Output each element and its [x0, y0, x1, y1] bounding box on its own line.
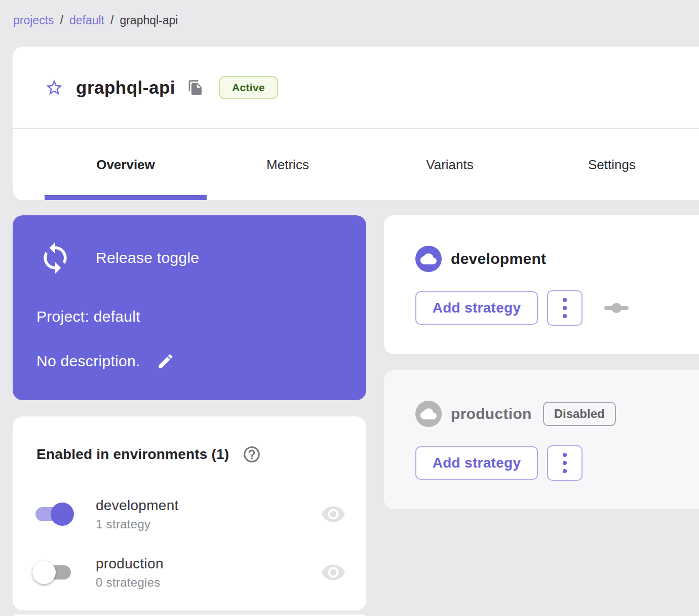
toggle-labels: production 0 strategies	[96, 556, 164, 590]
add-strategy-button[interactable]: Add strategy	[415, 291, 538, 325]
breadcrumb-projects[interactable]: projects	[13, 14, 54, 27]
page-title: graphql-api	[76, 78, 175, 98]
feature-title-row: graphql-api Active	[45, 47, 699, 128]
strategy-slider-icon	[604, 300, 629, 316]
release-toggle-header: Release toggle	[38, 241, 199, 275]
tab-metrics[interactable]: Metrics	[207, 129, 369, 200]
active-tab-indicator	[45, 195, 207, 200]
tab-metrics-label: Metrics	[266, 157, 309, 173]
tab-variants[interactable]: Variants	[369, 129, 531, 200]
environment-actions: Add strategy	[415, 290, 629, 326]
environment-card-development: development Add strategy	[384, 215, 699, 354]
tab-bar: Overview Metrics Variants Settings	[45, 129, 699, 200]
strategy-count: 1 strategy	[96, 517, 179, 531]
favorite-star-icon[interactable]	[45, 78, 64, 97]
disabled-badge: Disabled	[543, 402, 616, 426]
project-label: Project: default	[36, 308, 140, 325]
production-toggle[interactable]	[35, 565, 71, 580]
breadcrumb-default[interactable]: default	[69, 14, 104, 27]
kebab-menu-icon[interactable]	[547, 445, 582, 481]
environment-name: development	[96, 497, 179, 514]
tab-variants-label: Variants	[426, 157, 473, 173]
tab-settings-label: Settings	[588, 157, 636, 173]
tab-overview[interactable]: Overview	[45, 129, 207, 200]
release-toggle-card: Release toggle Project: default No descr…	[13, 215, 366, 400]
edit-pencil-icon[interactable]	[157, 352, 175, 370]
toggle-labels: development 1 strategy	[96, 497, 179, 531]
eye-icon[interactable]	[321, 560, 346, 585]
environment-name: production	[96, 556, 164, 572]
environment-actions: Add strategy	[415, 445, 582, 481]
toggle-knob	[32, 561, 56, 584]
toggle-type-label: Release toggle	[96, 249, 199, 266]
tab-settings[interactable]: Settings	[531, 129, 693, 200]
eye-icon[interactable]	[321, 502, 346, 527]
release-loop-icon	[38, 241, 72, 275]
feature-header-card: graphql-api Active Overview Metrics Vari…	[13, 47, 699, 200]
description-row: No description.	[36, 352, 175, 370]
environment-toggle-row-development: development 1 strategy	[35, 491, 346, 537]
environment-header: development	[415, 246, 546, 272]
copy-icon[interactable]	[187, 80, 204, 96]
breadcrumb-separator: /	[110, 14, 113, 27]
panel-title-row: Enabled in environments (1)	[36, 445, 261, 464]
breadcrumb-separator: /	[60, 14, 63, 27]
status-badge: Active	[219, 76, 278, 99]
environment-toggle-row-production: production 0 strategies	[35, 550, 346, 595]
environment-header: production Disabled	[415, 401, 616, 427]
environment-name: development	[451, 250, 546, 267]
toggle-knob	[51, 503, 74, 526]
kebab-menu-icon[interactable]	[547, 290, 582, 326]
enabled-environments-panel: Enabled in environments (1) development …	[13, 416, 366, 610]
breadcrumb-current: graphql-api	[120, 14, 178, 27]
tab-overview-label: Overview	[96, 157, 155, 173]
development-toggle[interactable]	[35, 507, 71, 521]
strategy-count: 0 strategies	[96, 575, 164, 590]
environment-card-production: production Disabled Add strategy	[384, 370, 699, 509]
breadcrumb: projects / default / graphql-api	[13, 14, 178, 27]
panel-title: Enabled in environments (1)	[36, 446, 229, 463]
cloud-icon	[415, 401, 442, 427]
cloud-icon	[415, 246, 442, 272]
description-text: No description.	[36, 353, 140, 370]
environment-name: production	[451, 405, 532, 422]
help-icon[interactable]	[242, 445, 261, 464]
add-strategy-button[interactable]: Add strategy	[415, 446, 538, 480]
